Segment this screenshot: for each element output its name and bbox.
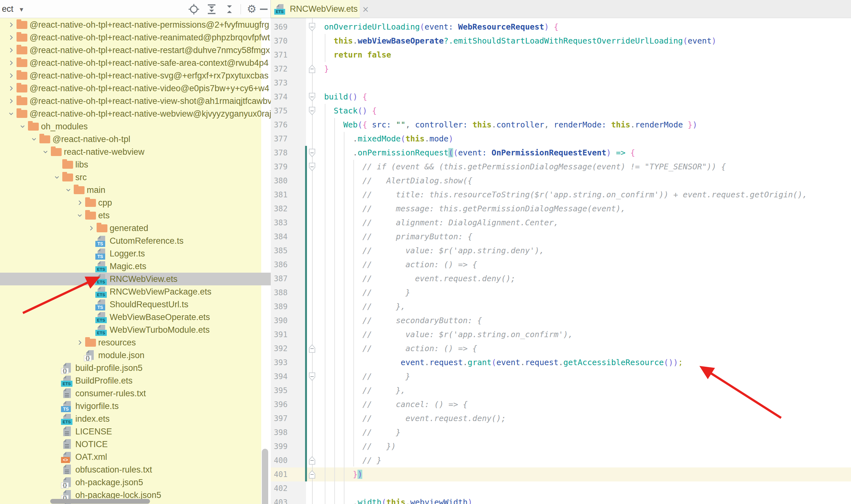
code-line-384[interactable]: // primaryButton: { [324,230,472,244]
tree-item-webviewturbomodule-ets[interactable]: ETSWebViewTurboModule.ets [0,324,271,336]
chevron-collapsed-icon[interactable] [7,72,15,79]
chevron-collapsed-icon[interactable] [76,199,83,206]
tree-item--react-native-oh-tpl-react-native-view-shot-ah1rmaiqjtfcawbv[interactable]: @react-native-oh-tpl+react-native-view-s… [0,95,271,107]
code-line-374[interactable]: build() { [324,90,367,104]
fold-marker-up-icon[interactable] [309,470,315,479]
tree-chevron-slot[interactable] [6,18,17,31]
tree-item-obfuscation-rules-txt[interactable]: obfuscation-rules.txt [0,463,271,476]
chevron-down-icon[interactable]: ▾ [20,5,23,13]
tree-item--react-native-oh-tpl-react-native-permissions-2-fvyfmuugfrg[interactable]: @react-native-oh-tpl+react-native-permis… [0,18,271,31]
code-line-370[interactable]: this.webViewBaseOperate?.emitShouldStart… [324,34,716,48]
tree-item-main[interactable]: main [0,184,271,196]
tree-chevron-slot[interactable] [29,133,39,146]
fold-marker-down-icon[interactable] [309,23,315,31]
chevron-collapsed-icon[interactable] [88,225,95,232]
tree-item-buildprofile-ets[interactable]: ETSBuildProfile.ets [0,374,271,387]
tree-item-resources[interactable]: resources [0,336,271,349]
tree-item-license[interactable]: LICENSE [0,425,271,438]
tree-chevron-slot[interactable] [6,107,17,120]
code-line-387[interactable]: // event.request.deny(); [324,272,515,286]
code-line-400[interactable]: // } [324,453,382,467]
fold-marker-down-icon[interactable] [309,149,315,157]
tree-item--react-native-oh-tpl-react-native-svg-erfgxf-rx7pxytuxcbas[interactable]: @react-native-oh-tpl+react-native-svg@+e… [0,69,271,82]
tree-item-cutomreference-ts[interactable]: TSCutomReference.ts [0,235,271,247]
code-line-381[interactable]: // title: this.resourceToString($r('app.… [324,188,807,202]
code-line-395[interactable]: // }, [324,383,405,398]
code-line-382[interactable]: // message: this.getPermissionDialogMess… [324,202,626,216]
tree-item-oh-package-json5[interactable]: {}oh-package.json5 [0,476,271,489]
fold-marker-up-icon[interactable] [309,456,315,465]
code-line-397[interactable]: // event.request.deny(); [324,412,506,426]
tree-item--react-native-oh-tpl[interactable]: @react-native-oh-tpl [0,133,271,146]
chevron-expanded-icon[interactable] [76,212,83,219]
tree-item-module-json[interactable]: {}module.json [0,349,271,362]
tree-chevron-slot[interactable] [74,196,85,209]
tree-item-libs[interactable]: libs [0,158,271,171]
tree-chevron-slot[interactable] [6,69,17,82]
tree-chevron-slot[interactable] [6,57,17,69]
code-line-399[interactable]: // }) [324,439,396,453]
code-line-372[interactable]: } [324,62,329,76]
code-line-389[interactable]: // }, [324,300,405,314]
chevron-expanded-icon[interactable] [65,186,72,194]
tree-item-magic-ets[interactable]: ETSMagic.ets [0,260,271,273]
chevron-expanded-icon[interactable] [31,136,37,143]
tree-chevron-slot[interactable] [6,82,17,95]
tree-chevron-slot[interactable] [74,209,85,222]
chevron-collapsed-icon[interactable] [76,339,83,346]
code-line-369[interactable]: onOverrideUrlLoading(event: WebResourceR… [324,20,559,34]
chevron-collapsed-icon[interactable] [7,21,15,28]
tree-item-cpp[interactable]: cpp [0,196,271,209]
locate-file-icon[interactable] [188,3,200,15]
tree-item-src[interactable]: src [0,171,271,184]
code-line-401[interactable]: }) [324,467,362,482]
project-panel-title[interactable]: ect [2,4,13,14]
tree-item-generated[interactable]: generated [0,222,271,235]
code-line-398[interactable]: // } [324,426,401,439]
settings-gear-icon[interactable]: ⚙ [245,2,258,15]
code-line-394[interactable]: // } [324,370,410,383]
code-line-378[interactable]: .onPermissionRequest((event: OnPermissio… [324,146,635,160]
tree-item-rncwebviewpackage-ets[interactable]: ETSRNCWebViewPackage.ets [0,285,271,298]
tree-item--react-native-oh-tpl-react-native-webview-kjvyyzyganyux0raj[interactable]: @react-native-oh-tpl+react-native-webvie… [0,107,271,120]
code-line-403[interactable]: .width(this.webviewWidth) [324,496,472,504]
tab-rncwebview[interactable]: ETS RNCWebView.ets × [271,0,360,18]
code-line-375[interactable]: Stack() { [324,104,377,118]
fold-marker-down-icon[interactable] [309,107,315,115]
fold-marker-down-icon[interactable] [309,93,315,101]
tree-item-index-ets[interactable]: ETSindex.ets [0,413,271,425]
chevron-collapsed-icon[interactable] [7,59,15,67]
code-line-385[interactable]: // value: $r('app.string.deny'), [324,244,544,258]
tree-item-logger-ts[interactable]: TSLogger.ts [0,247,271,260]
tree-chevron-slot[interactable] [6,31,17,44]
tree-item-oh-modules[interactable]: oh_modules [0,120,271,133]
chevron-collapsed-icon[interactable] [7,47,15,54]
code-line-379[interactable]: // if (event && (this.getPermissionDialo… [324,160,726,174]
code-line-377[interactable]: .mixedMode(this.mode) [324,132,453,146]
tree-vertical-scrollbar[interactable] [262,449,268,504]
tree-item--react-native-oh-tpl-react-native-video-e0pis7bw-y-cy6-w4[interactable]: @react-native-oh-tpl+react-native-video@… [0,82,271,95]
code-line-380[interactable]: // AlertDialog.show({ [324,174,472,188]
code-line-388[interactable]: // } [324,286,410,300]
tree-chevron-slot[interactable] [52,171,62,184]
chevron-collapsed-icon[interactable] [7,85,15,92]
tree-chevron-slot[interactable] [17,120,28,133]
tree-item-shouldrequesturl-ts[interactable]: TSShouldRequestUrl.ts [0,298,271,311]
tree-item--react-native-oh-tpl-react-native-restart-duhve7nmcy58fmgx[interactable]: @react-native-oh-tpl+react-native-restar… [0,44,271,57]
code-line-376[interactable]: Web({ src: "", controller: this.controll… [324,118,697,132]
close-icon[interactable]: × [362,4,369,14]
code-line-392[interactable]: // action: () => { [324,342,477,356]
chevron-collapsed-icon[interactable] [7,34,15,41]
fold-marker-up-icon[interactable] [309,344,315,353]
hide-panel-icon[interactable] [258,3,270,15]
collapse-all-icon[interactable] [224,3,235,15]
fold-marker-up-icon[interactable] [309,65,315,73]
chevron-expanded-icon[interactable] [53,174,60,181]
code-line-390[interactable]: // secondaryButton: { [324,314,482,328]
code-line-386[interactable]: // action: () => { [324,258,477,272]
tree-item-oat-xml[interactable]: <>OAT.xml [0,451,271,463]
fold-marker-down-icon[interactable] [309,163,315,171]
tree-item-hvigorfile-ts[interactable]: TShvigorfile.ts [0,400,271,413]
code-line-371[interactable]: return false [324,48,391,62]
code-line-396[interactable]: // cancel: () => { [324,398,468,412]
